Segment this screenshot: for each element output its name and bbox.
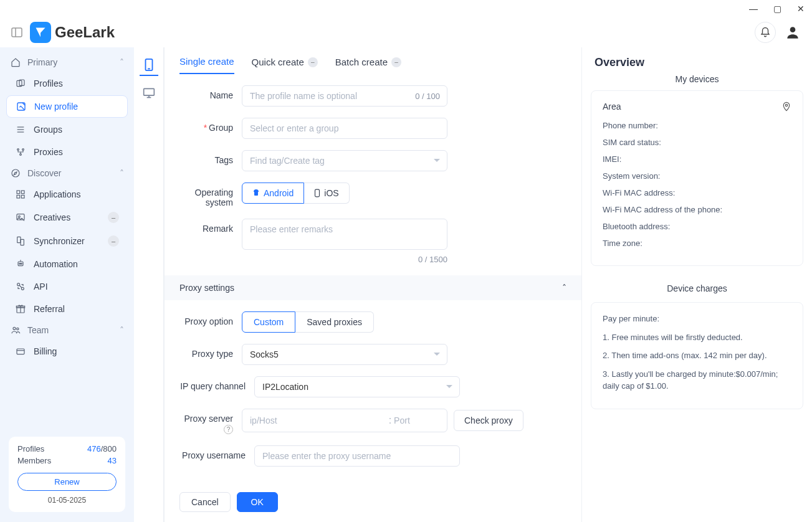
minimize-button[interactable]: —: [747, 2, 760, 15]
quick-badge-icon: –: [308, 57, 318, 67]
proxy-username-input[interactable]: [254, 445, 460, 467]
close-button[interactable]: ✕: [795, 2, 807, 15]
cancel-button[interactable]: Cancel: [179, 492, 231, 512]
sidebar-item-api[interactable]: API: [6, 276, 128, 297]
billing-icon: [15, 346, 26, 356]
center-panel: Single create Quick create– Batch create…: [164, 47, 581, 522]
maximize-button[interactable]: ▢: [771, 2, 783, 15]
sidebar-section-team[interactable]: Team ˄: [4, 320, 130, 340]
app-name: GeeLark: [55, 24, 115, 41]
sidebar-item-billing[interactable]: Billing: [6, 341, 128, 362]
notifications-icon[interactable]: [755, 22, 776, 43]
user-avatar-icon[interactable]: [785, 24, 801, 40]
remark-textarea[interactable]: [242, 219, 447, 250]
profiles-icon: [15, 78, 26, 88]
tab-quick-create[interactable]: Quick create–: [252, 56, 318, 74]
proxy-saved-button[interactable]: Saved proxies: [295, 311, 374, 333]
members-stat-label: Members: [17, 456, 51, 465]
team-icon: [10, 325, 21, 335]
sidebar-item-proxies[interactable]: Proxies: [6, 141, 128, 163]
os-ios-button[interactable]: iOS: [304, 183, 349, 204]
label-proxy-type: Proxy type: [179, 344, 242, 359]
sidebar-item-creatives[interactable]: Creatives –: [6, 206, 128, 229]
topbar: GeeLark: [0, 17, 812, 47]
svg-point-40: [785, 104, 787, 106]
members-stat-value: 43: [108, 456, 117, 465]
sidebar-section-discover[interactable]: Discover ˄: [4, 163, 130, 183]
form-footer: Cancel OK: [165, 485, 581, 522]
server-sep: :: [386, 415, 394, 426]
timezone-label: Time zone:: [603, 239, 791, 248]
chevron-up-icon: ˄: [120, 168, 124, 178]
help-icon[interactable]: ?: [224, 425, 233, 434]
overview-title: Overview: [582, 47, 812, 74]
sidebar-section-primary[interactable]: Primary ˄: [4, 52, 130, 72]
sidebar: Primary ˄ Profiles New profile Groups Pr…: [0, 47, 134, 522]
proxies-icon: [15, 147, 26, 157]
device-info-card: Area Phone number: SIM card status: IMEI…: [591, 90, 803, 266]
sidebar-item-automation[interactable]: Automation: [6, 254, 128, 275]
android-icon: [252, 189, 260, 197]
device-charges-title: Device charges: [591, 283, 803, 293]
device-rail: [134, 47, 164, 522]
window-controls: — ▢ ✕: [747, 2, 807, 15]
ok-button[interactable]: OK: [237, 492, 278, 512]
label-os: Operating system: [179, 183, 242, 207]
new-profile-icon: [16, 102, 27, 112]
proxy-custom-button[interactable]: Custom: [242, 311, 295, 333]
svg-rect-36: [143, 88, 154, 95]
sidebar-item-applications[interactable]: Applications: [6, 184, 128, 205]
tab-batch-create[interactable]: Batch create–: [335, 56, 401, 74]
device-charges-card: Pay per minute: 1. Free minutes will be …: [591, 302, 803, 409]
chevron-up-icon: ˄: [120, 57, 124, 67]
sim-status-label: SIM card status:: [603, 138, 791, 147]
profiles-stat-label: Profiles: [17, 444, 44, 453]
proxy-server-input-group: :: [242, 409, 447, 432]
renew-button[interactable]: Renew: [17, 473, 117, 491]
charge-line-1: 1. Free minutes will be firstly deducted…: [603, 331, 791, 344]
sidebar-item-referral[interactable]: Referral: [6, 298, 128, 320]
ip-query-select[interactable]: [254, 376, 460, 397]
svg-rect-20: [21, 239, 24, 245]
label-ip-query: IP query channel: [179, 376, 254, 391]
proxy-settings-header[interactable]: Proxy settings ˄: [165, 275, 581, 300]
check-proxy-button[interactable]: Check proxy: [454, 410, 523, 431]
rail-mobile-icon[interactable]: [140, 57, 158, 76]
bluetooth-label: Bluetooth address:: [603, 222, 791, 231]
svg-rect-13: [17, 191, 20, 194]
location-icon[interactable]: [781, 101, 791, 112]
group-select[interactable]: [242, 118, 447, 139]
discover-icon: [10, 168, 21, 178]
tags-select[interactable]: [242, 150, 447, 171]
os-android-button[interactable]: Android: [242, 183, 304, 204]
creatives-badge-icon: –: [108, 212, 119, 223]
charge-line-2: 2. Then time add-ons (max. 142 min per d…: [603, 349, 791, 362]
tab-single-create[interactable]: Single create: [179, 56, 234, 74]
sidebar-item-groups[interactable]: Groups: [6, 119, 128, 140]
phone-number-label: Phone number:: [603, 121, 791, 130]
svg-point-9: [17, 149, 19, 151]
sidebar-item-profiles[interactable]: Profiles: [6, 73, 128, 94]
rail-desktop-icon[interactable]: [140, 83, 158, 102]
label-proxy-server: Proxy server ?: [179, 409, 242, 434]
sidebar-item-new-profile[interactable]: New profile: [6, 95, 128, 118]
logo-mark-icon: [30, 22, 51, 43]
imei-label: IMEI:: [603, 154, 791, 164]
wifi-mac-label: Wi-Fi MAC address:: [603, 188, 791, 197]
svg-rect-14: [21, 191, 24, 194]
svg-point-18: [19, 216, 21, 217]
batch-badge-icon: –: [391, 57, 401, 67]
svg-rect-32: [17, 349, 24, 354]
stats-card: Profiles 476/800 Members 43 Renew 01-05-…: [9, 437, 125, 512]
proxy-port-input[interactable]: [394, 415, 439, 425]
proxy-host-input[interactable]: [250, 415, 386, 425]
proxy-type-select[interactable]: [242, 344, 447, 365]
api-icon: [15, 282, 26, 292]
sidebar-item-synchronizer[interactable]: Synchronizer –: [6, 230, 128, 252]
home-icon: [10, 57, 21, 67]
svg-rect-19: [17, 237, 21, 242]
label-group: *Group: [179, 118, 242, 133]
panel-toggle-icon[interactable]: [11, 27, 22, 37]
renew-date: 01-05-2025: [17, 496, 117, 505]
groups-icon: [15, 125, 26, 135]
